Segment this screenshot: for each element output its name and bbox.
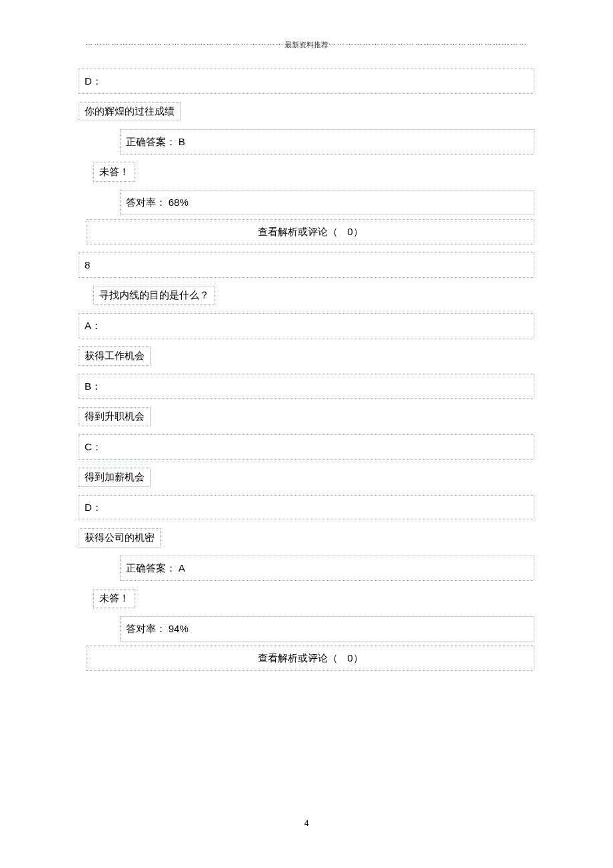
comments-link[interactable]: 查看解析或评论（0） [87, 646, 534, 671]
correct-answer-row: 正确答案： A [120, 556, 534, 581]
option-d-label: D： [79, 495, 534, 520]
option-c-text: 得到加薪机会 [79, 468, 151, 487]
question-text: 寻找内线的目的是什么？ [93, 286, 215, 305]
correct-answer-value: B [179, 136, 185, 147]
comments-suffix: ） [353, 653, 363, 663]
accuracy-label: 答对率： [126, 624, 166, 634]
unanswered-label: 未答！ [93, 589, 135, 608]
comments-link[interactable]: 查看解析或评论（0） [87, 219, 534, 244]
page-header: ⋯⋯⋯⋯⋯⋯⋯⋯⋯⋯⋯⋯⋯⋯⋯⋯⋯⋯⋯⋯⋯⋯⋯最新资料推荐⋯⋯⋯⋯⋯⋯⋯⋯⋯⋯⋯… [79, 40, 534, 50]
unanswered-label: 未答！ [93, 163, 135, 182]
header-title: 最新资料推荐 [285, 41, 328, 49]
header-dots-left: ⋯⋯⋯⋯⋯⋯⋯⋯⋯⋯⋯⋯⋯⋯⋯⋯⋯⋯⋯⋯⋯⋯⋯ [85, 41, 285, 49]
page-number: 4 [0, 819, 613, 828]
comments-count: 0 [347, 226, 352, 237]
comments-label: 查看解析或评论（ [258, 653, 338, 663]
option-d-label: D： [79, 69, 534, 94]
option-c-label: C： [79, 434, 534, 460]
document-page: ⋯⋯⋯⋯⋯⋯⋯⋯⋯⋯⋯⋯⋯⋯⋯⋯⋯⋯⋯⋯⋯⋯⋯最新资料推荐⋯⋯⋯⋯⋯⋯⋯⋯⋯⋯⋯… [0, 0, 613, 868]
accuracy-row: 答对率： 68% [120, 190, 534, 215]
correct-answer-value: A [179, 562, 185, 574]
accuracy-value: 94% [169, 623, 189, 634]
correct-answer-label: 正确答案： [126, 137, 176, 147]
option-b-text: 得到升职机会 [79, 407, 151, 426]
correct-answer-row: 正确答案： B [120, 129, 534, 155]
comments-count: 0 [347, 652, 352, 663]
option-b-label: B： [79, 374, 534, 399]
comments-suffix: ） [353, 226, 363, 237]
accuracy-row: 答对率： 94% [120, 616, 534, 642]
option-a-text: 获得工作机会 [79, 346, 151, 366]
option-d-text: 获得公司的机密 [79, 528, 161, 548]
question-number: 8 [79, 252, 534, 278]
comments-label: 查看解析或评论（ [258, 226, 338, 237]
option-d-text: 你的辉煌的过往成绩 [79, 102, 181, 121]
accuracy-label: 答对率： [126, 197, 166, 208]
header-dots-right: ⋯⋯⋯⋯⋯⋯⋯⋯⋯⋯⋯⋯⋯⋯⋯⋯⋯⋯⋯⋯⋯⋯⋯ [328, 41, 528, 49]
correct-answer-label: 正确答案： [126, 563, 176, 574]
option-a-label: A： [79, 313, 534, 338]
accuracy-value: 68% [169, 197, 189, 208]
